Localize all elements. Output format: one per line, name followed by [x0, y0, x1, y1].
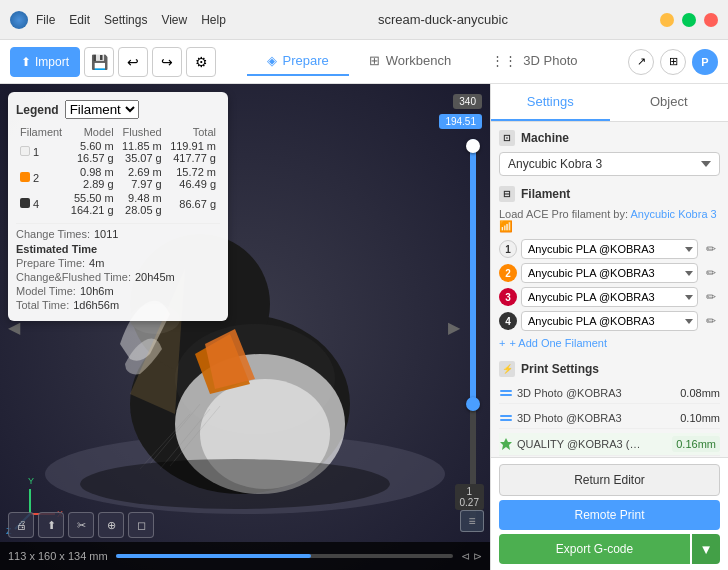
filament-select-2[interactable]: Anycubic PLA @KOBRA3	[521, 263, 698, 283]
svg-text:Y: Y	[28, 476, 34, 486]
wifi-icon: 📶	[499, 220, 513, 232]
layer-slider-thumb-bottom[interactable]	[466, 397, 480, 411]
filament-num-1: 1	[499, 240, 517, 258]
cube-icon[interactable]: ◻	[128, 512, 154, 538]
title-text: scream-duck-anycubic	[378, 12, 508, 27]
nav-right-arrow[interactable]: ▶	[448, 318, 460, 337]
print-icon[interactable]: 🖨	[8, 512, 34, 538]
legend-stats: Change Times: 1011 Estimated Time Prepar…	[16, 223, 220, 311]
filament-edit-2[interactable]: ✏	[702, 264, 720, 282]
filament-edit-1[interactable]: ✏	[702, 240, 720, 258]
print-settings-section: ⚡ Print Settings 3D Photo @KOBRA3 0.08mm…	[499, 361, 720, 457]
machine-select[interactable]: Anycubic Kobra 3	[499, 152, 720, 176]
menu-file[interactable]: File	[36, 13, 55, 27]
change-times-label: Change Times:	[16, 228, 90, 240]
tab-object[interactable]: Object	[610, 84, 729, 121]
titlebar: File Edit Settings View Help scream-duck…	[0, 0, 728, 40]
layer-slider-track[interactable]	[470, 139, 476, 519]
filament-select-1[interactable]: Anycubic PLA @KOBRA3	[521, 239, 698, 259]
export-dropdown-button[interactable]: ▼	[692, 534, 720, 564]
svg-point-11	[80, 459, 390, 509]
user-avatar[interactable]: P	[692, 49, 718, 75]
menu-help[interactable]: Help	[201, 13, 226, 27]
filament-select-3[interactable]: Anycubic PLA @KOBRA3	[521, 287, 698, 307]
prepare-label: Prepare	[283, 53, 329, 68]
col-model: Model	[67, 125, 118, 139]
change-times-value: 1011	[94, 228, 118, 240]
remote-print-button[interactable]: Remote Print	[499, 500, 720, 530]
filament-num-3: 3	[499, 288, 517, 306]
cut-icon[interactable]: ✂	[68, 512, 94, 538]
menu-settings[interactable]: Settings	[104, 13, 147, 27]
viewport-panel: Legend Filament Filament Model Flushed T…	[0, 84, 490, 570]
export-gcode-button[interactable]: Export G-code	[499, 534, 690, 564]
layers-icon[interactable]: ≡	[460, 510, 484, 532]
add-filament-label: + Add One Filament	[509, 337, 607, 349]
support-icon[interactable]: ⊕	[98, 512, 124, 538]
main-area: Legend Filament Filament Model Flushed T…	[0, 84, 728, 570]
layer-bottom-badge: 194.51	[439, 114, 482, 129]
load-ace-text: Load ACE Pro filament by: Anycubic Kobra…	[499, 208, 720, 233]
add-filament-button[interactable]: + + Add One Filament	[499, 335, 720, 351]
save-button[interactable]: 💾	[84, 47, 114, 77]
external-link-button[interactable]: ↗	[628, 49, 654, 75]
print-setting-row-2[interactable]: 3D Photo @KOBRA3 0.10mm	[499, 408, 720, 429]
maximize-button[interactable]	[682, 13, 696, 27]
print-setting-row-3[interactable]: QUALITY @KOBRA3 (modifi... 0.16mm	[499, 433, 720, 456]
layer-count-badge: 1 0.27	[455, 484, 484, 510]
legend-filter-select[interactable]: Filament	[65, 100, 139, 119]
workbench-label: Workbench	[386, 53, 452, 68]
undo-button[interactable]: ↩	[118, 47, 148, 77]
chevron-down-icon: ▼	[699, 542, 712, 557]
right-panel: Settings Object ⊡ Machine Anycubic Kobra…	[490, 84, 728, 570]
layer-icon-2	[499, 411, 513, 425]
filament-edit-3[interactable]: ✏	[702, 288, 720, 306]
filament-edit-4[interactable]: ✏	[702, 312, 720, 330]
tab-prepare[interactable]: ◈ Prepare	[247, 47, 349, 76]
return-editor-button[interactable]: Return Editor	[499, 464, 720, 496]
quality-icon	[499, 437, 513, 451]
settings-icon-button[interactable]: ⚙	[186, 47, 216, 77]
minimize-button[interactable]	[660, 13, 674, 27]
filament-icon: ⊟	[499, 186, 515, 202]
filament-row-2: 2 Anycubic PLA @KOBRA3 ✏	[499, 263, 720, 283]
filament-select-4[interactable]: Anycubic PLA @KOBRA3	[521, 311, 698, 331]
workbench-icon: ⊞	[369, 53, 380, 68]
titlebar-left: File Edit Settings View Help	[10, 11, 226, 29]
legend-title-text: Legend	[16, 103, 59, 117]
layer-slider-thumb-top[interactable]	[466, 139, 480, 153]
svg-marker-22	[500, 438, 512, 450]
load-ace-link[interactable]: Anycubic Kobra 3	[630, 208, 716, 220]
estimated-time-label: Estimated Time	[16, 243, 220, 255]
legend-header: Legend Filament	[16, 100, 220, 119]
print-settings-icon: ⚡	[499, 361, 515, 377]
menu-view[interactable]: View	[161, 13, 187, 27]
close-button[interactable]	[704, 13, 718, 27]
svg-rect-21	[500, 419, 512, 421]
setting-value-1: 0.08mm	[680, 387, 720, 399]
print-setting-row-1[interactable]: 3D Photo @KOBRA3 0.08mm	[499, 383, 720, 404]
action-buttons-panel: Return Editor Remote Print Export G-code…	[491, 457, 728, 570]
tab-settings[interactable]: Settings	[491, 84, 610, 121]
menu-edit[interactable]: Edit	[69, 13, 90, 27]
photo-icon: ⋮⋮	[491, 53, 517, 68]
dimensions-text: 113 x 160 x 134 mm	[8, 550, 108, 562]
grid-button[interactable]: ⊞	[660, 49, 686, 75]
machine-icon: ⊡	[499, 130, 515, 146]
arrange-icon[interactable]: ⬆	[38, 512, 64, 538]
tab-workbench[interactable]: ⊞ Workbench	[349, 47, 472, 76]
filament-section: ⊟ Filament Load ACE Pro filament by: Any…	[499, 186, 720, 351]
viewport-status-bar: 113 x 160 x 134 mm ⊲ ⊳	[0, 542, 490, 570]
filament-row-3: 3 Anycubic PLA @KOBRA3 ✏	[499, 287, 720, 307]
legend-row-4: 4 55.50 m164.21 g 9.48 m28.05 g 86.67 g	[16, 191, 220, 217]
setting-value-3: 0.16mm	[672, 436, 720, 452]
import-label: Import	[35, 55, 69, 69]
prepare-icon: ◈	[267, 53, 277, 68]
tab-3dphoto[interactable]: ⋮⋮ 3D Photo	[471, 47, 597, 76]
import-button[interactable]: ⬆ Import	[10, 47, 80, 77]
print-settings-label: Print Settings	[521, 362, 599, 376]
redo-button[interactable]: ↪	[152, 47, 182, 77]
window-controls	[660, 13, 718, 27]
import-icon: ⬆	[21, 55, 31, 69]
progress-bar[interactable]	[116, 554, 453, 558]
